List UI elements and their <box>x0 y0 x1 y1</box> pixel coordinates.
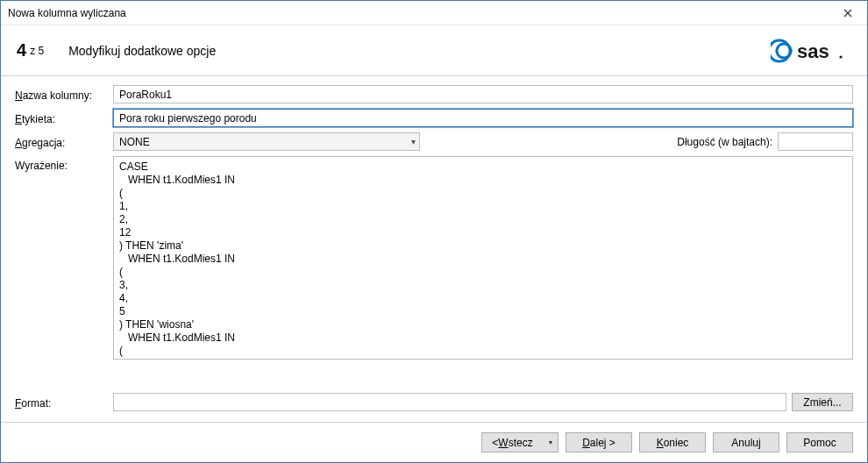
row-aggregation: Agregacja: NONE ▾ Długość (w bajtach): <box>15 132 853 151</box>
back-button[interactable]: < Wstecz <box>481 432 543 452</box>
help-button[interactable]: Pomoc <box>786 432 853 452</box>
svg-text:sas: sas <box>797 40 829 62</box>
label-input[interactable] <box>113 109 853 127</box>
chevron-down-icon: ▾ <box>411 137 416 146</box>
label-expression: Wyrażenie: <box>15 156 113 172</box>
sas-logo: sas <box>771 37 846 65</box>
caret-down-icon: ▾ <box>549 438 552 446</box>
row-column-name: Nazwa kolumny: <box>15 85 853 103</box>
aggregation-value: NONE <box>119 136 150 148</box>
close-button[interactable] <box>829 1 867 25</box>
cancel-button[interactable]: Anuluj <box>713 432 779 452</box>
change-format-button[interactable]: Zmień... <box>792 393 853 411</box>
row-expression: Wyrażenie: CASE WHEN t1.KodMies1 IN ( 1,… <box>15 156 853 379</box>
finish-button[interactable]: Koniec <box>639 432 706 452</box>
form-area: Nazwa kolumny: Etykieta: Agregacja: NONE… <box>1 76 867 422</box>
column-name-input[interactable] <box>113 85 853 103</box>
close-icon <box>843 6 852 20</box>
expression-textarea[interactable]: CASE WHEN t1.KodMies1 IN ( 1, 2, 12 ) TH… <box>113 156 853 360</box>
step-header: 4 z 5 Modyfikuj dodatkowe opcje sas <box>1 25 867 76</box>
row-label: Etykieta: <box>15 109 853 127</box>
label-length: Długość (w bajtach): <box>677 136 778 148</box>
length-input[interactable] <box>778 132 853 151</box>
step-number: 4 <box>17 40 26 61</box>
dialog-window: Nowa kolumna wyliczana 4 z 5 Modyfikuj d… <box>0 0 868 463</box>
footer-buttons: < Wstecz ▾ Dalej > Koniec Anuluj Pomoc <box>1 422 867 462</box>
back-button-group: < Wstecz ▾ <box>481 432 559 452</box>
window-title: Nowa kolumna wyliczana <box>8 7 829 19</box>
label-column-name: Nazwa kolumny: <box>15 88 113 102</box>
label-format: Format: <box>15 395 113 410</box>
aggregation-select[interactable]: NONE ▾ <box>113 132 420 151</box>
svg-point-1 <box>839 55 842 58</box>
row-format: Format: Zmień... <box>15 393 853 411</box>
step-of: z 5 <box>30 45 44 57</box>
back-dropdown[interactable]: ▾ <box>543 432 559 452</box>
label-aggregation: Agregacja: <box>15 135 113 149</box>
next-button[interactable]: Dalej > <box>566 432 632 452</box>
titlebar: Nowa kolumna wyliczana <box>1 1 867 25</box>
label-label: Etykieta: <box>15 111 113 125</box>
step-title: Modyfikuj dodatkowe opcje <box>68 44 216 58</box>
format-input[interactable] <box>113 393 786 411</box>
